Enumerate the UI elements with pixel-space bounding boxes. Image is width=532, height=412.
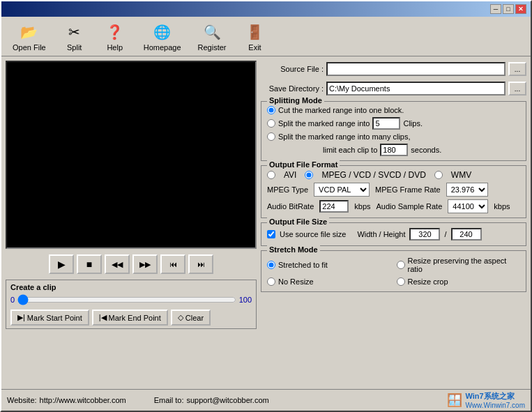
source-file-input[interactable] xyxy=(326,62,506,76)
audio-bitrate-input[interactable] xyxy=(319,200,349,213)
email-value: support@witcobber.com xyxy=(187,396,269,404)
slash: / xyxy=(444,230,446,238)
clip-section: Create a clip 0 100 ▶| Mark Start Point … xyxy=(6,280,257,329)
goto-end-button[interactable]: ⏭ xyxy=(188,254,213,274)
toolbar: 📂 Open File ✂ Split ❓ Help 🌐 Homepage 🔍 … xyxy=(1,17,531,56)
mpeg-radio[interactable] xyxy=(305,171,313,179)
play-button[interactable]: ▶ xyxy=(49,254,74,274)
winlogo: 🪟 Win7系统之家 Www.Winwin7.com xyxy=(447,391,525,409)
website-url: http://www.witcobber.com xyxy=(40,396,126,404)
mark-start-label: Mark Start Point xyxy=(27,314,82,322)
clip-slider[interactable] xyxy=(17,294,236,305)
playback-controls: ▶ ■ ◀◀ ▶▶ ⏮ ⏭ xyxy=(6,252,257,277)
next-frame-button[interactable]: ▶▶ xyxy=(132,254,158,274)
audio-sample-select[interactable]: 44100 32000 22050 xyxy=(448,199,488,213)
help-label: Help xyxy=(107,43,123,52)
open-file-icon: 📂 xyxy=(18,21,40,43)
main-content: ▶ ■ ◀◀ ▶▶ ⏮ ⏭ Create a clip 0 100 ▶| xyxy=(1,56,531,389)
homepage-button[interactable]: 🌐 Homepage xyxy=(138,20,187,53)
clear-icon: ◇ xyxy=(178,313,183,322)
split-option3-radio[interactable] xyxy=(267,132,275,141)
split-option3-suffix: seconds. xyxy=(411,146,441,154)
restore-button[interactable]: □ xyxy=(503,4,514,14)
stop-button[interactable]: ■ xyxy=(77,254,102,274)
output-format-group: Output File Format AVI MPEG / VCD / SVCD… xyxy=(261,165,526,218)
help-button[interactable]: ❓ Help xyxy=(98,20,132,53)
split-button[interactable]: ✂ Split xyxy=(57,20,92,53)
split-seconds-input[interactable] xyxy=(380,144,408,156)
avi-label: AVI xyxy=(284,170,296,180)
stretch-option3-radio[interactable] xyxy=(397,261,405,269)
clear-label: Clear xyxy=(185,314,204,322)
split-option1-radio[interactable] xyxy=(267,106,275,114)
output-size-group: Output File Size Use source file size Wi… xyxy=(261,222,526,246)
clip-title: Create a clip xyxy=(10,283,252,291)
register-button[interactable]: 🔍 Register xyxy=(192,20,232,53)
close-button[interactable]: ✕ xyxy=(515,4,526,14)
save-browse-button[interactable]: ... xyxy=(508,82,526,96)
save-directory-label: Save Directory : xyxy=(261,84,324,93)
email-label: Email to: xyxy=(154,396,184,404)
minimize-button[interactable]: ─ xyxy=(490,4,501,14)
register-icon: 🔍 xyxy=(201,21,223,43)
splitting-mode-title: Splitting Mode xyxy=(267,96,324,105)
stretch-option1-row: Stretched to fit xyxy=(267,255,391,275)
left-panel: ▶ ■ ◀◀ ▶▶ ⏮ ⏭ Create a clip 0 100 ▶| xyxy=(6,61,257,385)
goto-start-button[interactable]: ⏮ xyxy=(160,254,185,274)
audio-sample-label: Audio Sample Rate xyxy=(377,202,443,211)
split-option3-prefix: Split the marked range into many clips, xyxy=(278,132,411,141)
stretch-mode-group: Stretch Mode Stretched to fit Resize pre… xyxy=(261,250,526,292)
wmv-radio[interactable] xyxy=(434,171,443,179)
splitting-mode-group: Splitting Mode Cut the marked range into… xyxy=(261,101,526,161)
split-option3-row: Split the marked range into many clips, … xyxy=(267,131,520,158)
stretch-option3-row: Resize preserving the aspect ratio xyxy=(397,255,521,275)
use-source-checkbox[interactable] xyxy=(267,230,275,238)
stretch-option2-radio[interactable] xyxy=(267,277,275,286)
mark-end-label: Mark End Point xyxy=(109,314,161,322)
width-input[interactable] xyxy=(409,228,440,241)
status-bar: Website: http://www.witcobber.com Email … xyxy=(1,389,531,411)
stretch-option4-radio[interactable] xyxy=(397,277,405,286)
open-file-button[interactable]: 📂 Open File xyxy=(7,20,52,53)
mpeg-type-select[interactable]: VCD PAL VCD NTSC SVCD PAL DVD PAL xyxy=(314,183,370,197)
exit-icon: 🚪 xyxy=(244,21,266,43)
mpeg-settings-row2: Audio BitRate kbps Audio Sample Rate 441… xyxy=(267,198,520,215)
split-option2-prefix: Split the marked range into xyxy=(278,119,370,128)
title-bar: ─ □ ✕ xyxy=(1,1,531,17)
open-file-label: Open File xyxy=(13,43,46,52)
register-label: Register xyxy=(198,43,227,52)
right-panel: Source File : ... Save Directory : ... S… xyxy=(261,61,526,385)
stretch-option2-row: No Resize xyxy=(267,276,391,287)
source-browse-button[interactable]: ... xyxy=(508,62,526,76)
stretch-option1-radio[interactable] xyxy=(267,261,275,269)
output-format-title: Output File Format xyxy=(267,160,340,169)
winlogo-text2: Www.Winwin7.com xyxy=(465,402,525,409)
prev-frame-button[interactable]: ◀◀ xyxy=(105,254,130,274)
audio-bitrate-label: Audio BitRate xyxy=(267,202,314,211)
slider-min: 0 xyxy=(10,296,15,304)
winlogo-text1: Win7系统之家 xyxy=(465,391,525,402)
mpeg-settings-row1: MPEG Type VCD PAL VCD NTSC SVCD PAL DVD … xyxy=(267,181,520,198)
save-directory-input[interactable] xyxy=(326,82,506,96)
split-clips-input[interactable] xyxy=(372,117,400,130)
avi-radio[interactable] xyxy=(267,171,275,179)
split-icon: ✂ xyxy=(63,21,86,43)
output-size-row: Use source file size Width / Height / xyxy=(267,226,520,243)
height-input[interactable] xyxy=(451,228,482,241)
split-option2-radio[interactable] xyxy=(267,119,275,128)
exit-label: Exit xyxy=(248,43,261,52)
mark-end-icon: |◀ xyxy=(99,313,107,322)
stretch-option3-label: Resize preserving the aspect ratio xyxy=(408,257,521,273)
format-radio-row: AVI MPEG / VCD / SVCD / DVD WMV xyxy=(267,169,520,181)
stretch-grid: Stretched to fit Resize preserving the a… xyxy=(267,254,520,289)
mark-end-button[interactable]: |◀ Mark End Point xyxy=(92,310,168,326)
split-option2-row: Split the marked range into Clips. xyxy=(267,116,520,131)
mpeg-frame-select[interactable]: 23.976 25 29.97 30 xyxy=(446,183,488,197)
homepage-icon: 🌐 xyxy=(151,21,174,43)
use-source-label: Use source file size xyxy=(280,230,346,238)
title-buttons: ─ □ ✕ xyxy=(490,4,526,14)
exit-button[interactable]: 🚪 Exit xyxy=(238,20,273,53)
clear-button[interactable]: ◇ Clear xyxy=(171,310,211,326)
mark-start-button[interactable]: ▶| Mark Start Point xyxy=(10,310,89,326)
slider-max: 100 xyxy=(239,296,252,304)
